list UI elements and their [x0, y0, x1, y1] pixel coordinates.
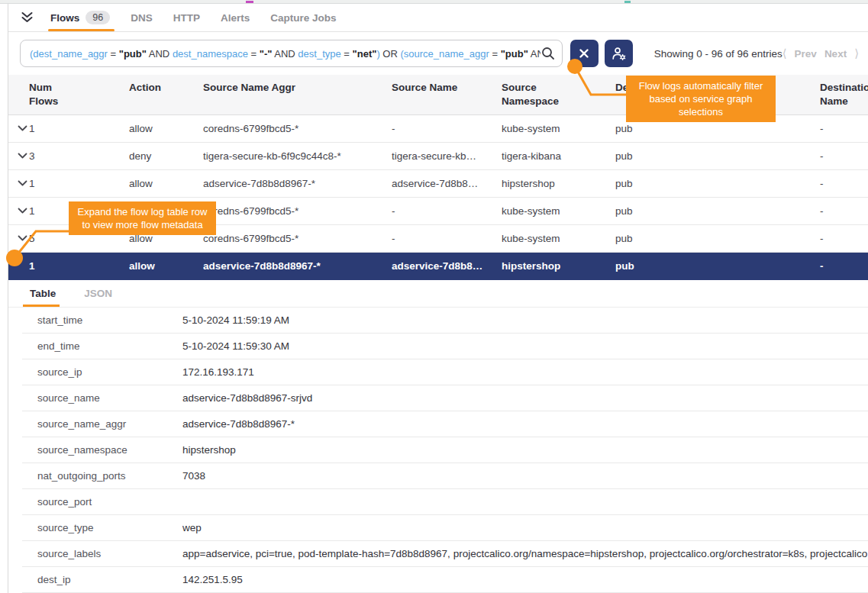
query-token: dest_type — [298, 48, 340, 60]
detail-field-key: source_name_aggr — [37, 418, 182, 430]
cell-action: allow — [129, 260, 203, 272]
cell-destination-name: - — [820, 233, 868, 244]
detail-tabs: Table JSON — [8, 280, 868, 308]
cell-dest-name-aggr: pub — [615, 150, 820, 162]
detail-field-value: 142.251.5.95 — [182, 574, 868, 585]
tab-flows[interactable]: Flows 96 — [50, 4, 110, 31]
cell-source-name-aggr: tigera-secure-kb-6f9c9c44c8-* — [203, 150, 392, 162]
collapse-double-chevron-icon[interactable] — [21, 11, 34, 24]
cell-num-flows: 1 — [29, 178, 129, 189]
cell-source-name-aggr: coredns-6799fbcd5-* — [203, 205, 392, 217]
tab-http[interactable]: HTTP — [173, 4, 200, 31]
detail-row: source_namespace hipstershop — [22, 437, 868, 463]
cell-source-name-aggr: adservice-7d8b8d8967-* — [203, 178, 392, 189]
top-strip-speck — [246, 1, 253, 3]
cell-source-namespace: kube-system — [502, 233, 615, 244]
query-token: dest_name_aggr — [33, 48, 108, 60]
detail-row: source_labels app=adservice, pci=true, p… — [22, 541, 868, 567]
query-token: "net" — [353, 48, 377, 60]
column-header-action[interactable]: Action — [129, 81, 203, 108]
tab-capture-jobs[interactable]: Capture Jobs — [270, 4, 336, 31]
cell-dest-name-aggr: pub — [615, 123, 820, 134]
detail-row: dest_ip 142.251.5.95 — [22, 567, 868, 593]
user-gear-icon — [611, 46, 627, 61]
cell-num-flows: 3 — [29, 150, 129, 162]
tab-label: Flows — [50, 12, 79, 24]
detail-field-key: source_name — [37, 392, 182, 404]
search-icon[interactable] — [540, 46, 556, 61]
query-token: "pub" — [501, 48, 528, 60]
tab-count-badge: 96 — [86, 11, 110, 24]
detail-tab-json[interactable]: JSON — [84, 280, 112, 307]
cell-source-namespace: kube-system — [502, 123, 615, 134]
column-header-source-name[interactable]: Source Name — [392, 81, 502, 108]
expand-row-chevron-icon[interactable] — [8, 263, 29, 269]
detail-field-value: 7038 — [182, 470, 868, 482]
prev-angle-icon: ⟨ — [782, 47, 787, 60]
column-header-destination-name[interactable]: Destination Name — [820, 81, 868, 108]
detail-field-value: app=adservice, pci=true, pod-template-ha… — [182, 548, 868, 559]
tooltip-service-graph-filter: Flow logs automatically filter based on … — [626, 76, 776, 122]
query-token: = — [248, 48, 260, 60]
detail-field-key: source_labels — [37, 548, 182, 559]
cell-source-name-aggr: adservice-7d8b8d8967-* — [203, 260, 392, 272]
cell-source-namespace: tigera-kibana — [502, 150, 615, 162]
query-token: dest_namespace — [173, 48, 248, 60]
cell-dest-name-aggr: pub — [615, 178, 820, 189]
top-strip-speck — [624, 1, 631, 3]
cell-destination-name: - — [820, 178, 868, 189]
flow-logs-page: Flows 96 DNS HTTP Alerts Capture Jobs (d… — [0, 0, 868, 593]
expand-row-chevron-icon[interactable] — [8, 180, 29, 187]
tab-alerts[interactable]: Alerts — [221, 4, 250, 31]
expand-row-chevron-icon[interactable] — [8, 235, 29, 242]
expand-row-chevron-icon[interactable] — [8, 125, 29, 132]
detail-field-key: end_time — [37, 340, 182, 352]
cell-dest-name-aggr: pub — [615, 260, 820, 272]
header-spacer — [8, 81, 29, 108]
cell-source-name: tigera-secure-kb… — [392, 150, 502, 162]
query-token: AND — [147, 48, 173, 60]
tab-label: HTTP — [173, 12, 200, 24]
close-icon — [579, 48, 589, 59]
detail-field-key: source_port — [37, 496, 182, 508]
detail-tab-table[interactable]: Table — [30, 280, 56, 307]
detail-field-value: wep — [182, 522, 868, 533]
cell-action: allow — [129, 123, 203, 134]
cell-num-flows: 1 — [29, 123, 129, 134]
cell-source-name: - — [392, 123, 502, 134]
clear-filter-button[interactable] — [570, 40, 599, 67]
query-token: OR — [380, 48, 401, 60]
detail-row: source_port — [22, 489, 868, 515]
filter-query: (dest_name_aggr = "pub" AND dest_namespa… — [30, 48, 540, 60]
query-token: = — [489, 48, 501, 60]
cell-source-namespace: hipstershop — [502, 178, 615, 189]
flow-table-row[interactable]: 1 allow adservice-7d8b8d8967-* adservice… — [8, 170, 868, 198]
detail-field-value: 172.16.193.171 — [182, 366, 868, 378]
expand-row-chevron-icon[interactable] — [8, 153, 29, 160]
expand-row-chevron-icon[interactable] — [8, 208, 29, 214]
cell-dest-name-aggr: pub — [615, 205, 820, 217]
detail-row: source_name_aggr adservice-7d8b8d8967-* — [22, 411, 868, 437]
pager: ⟨ Prev Next ⟩ — [782, 47, 859, 60]
cell-source-namespace: kube-system — [502, 205, 615, 217]
tab-bar: Flows 96 DNS HTTP Alerts Capture Jobs — [8, 4, 868, 32]
flow-table-row[interactable]: 3 deny tigera-secure-kb-6f9c9c44c8-* tig… — [8, 143, 868, 170]
detail-field-key: dest_ip — [37, 574, 182, 585]
next-button[interactable]: Next — [824, 48, 847, 60]
flow-table-row-selected[interactable]: 1 allow adservice-7d8b8d8967-* adservice… — [8, 253, 868, 280]
column-header-source-namespace[interactable]: Source Namespace — [502, 81, 572, 108]
detail-field-value: 5-10-2024 11:59:30 AM — [182, 340, 868, 352]
detail-field-value: adservice-7d8b8d8967-srjvd — [182, 392, 868, 404]
filter-query-input[interactable]: (dest_name_aggr = "pub" AND dest_namespa… — [20, 40, 563, 67]
detail-row: source_type wep — [22, 515, 868, 541]
cell-destination-name: - — [820, 150, 868, 162]
prev-button[interactable]: Prev — [795, 48, 817, 60]
column-header-source-name-aggr[interactable]: Source Name Aggr — [203, 81, 392, 108]
query-token: "pub" — [119, 48, 147, 60]
column-header-num-flows[interactable]: Num Flows — [29, 81, 69, 108]
query-token: AND — [272, 48, 298, 60]
cell-source-name-aggr: coredns-6799fbcd5-* — [203, 123, 392, 134]
tab-dns[interactable]: DNS — [131, 4, 153, 31]
cell-source-name: adservice-7d8b8… — [392, 260, 502, 272]
user-settings-button[interactable] — [605, 40, 633, 67]
